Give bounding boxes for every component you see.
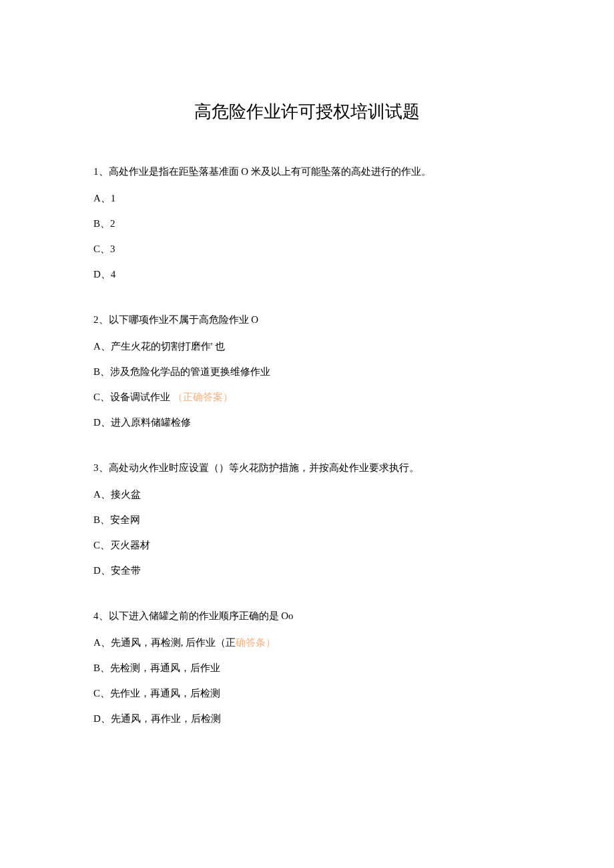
question-2-option-c-text: C、设备调试作业: [93, 392, 170, 402]
question-1-option-b: B、2: [93, 215, 521, 232]
question-2-option-d: D、进入原料储罐检修: [93, 414, 521, 430]
question-4-option-b: B、先检测，再通风，后作业: [93, 660, 521, 676]
question-4-option-a-answer: 确答条）: [236, 637, 276, 648]
question-1-stem: 1、高处作业是指在距坠落基准面 O 米及以上有可能坠落的高处进行的作业。: [93, 163, 521, 179]
question-3-option-b: B、安全网: [93, 512, 521, 528]
question-1-option-c: C、3: [93, 241, 521, 257]
document-page: 高危险作业许可授权培训试题 1、高处作业是指在距坠落基准面 O 米及以上有可能坠…: [0, 0, 614, 803]
question-2-option-c-answer: （正确答案）: [173, 392, 233, 402]
question-1-option-a: A、1: [93, 190, 521, 206]
question-4-option-a: A、先通风，再检测, 后作业（正确答条）: [93, 634, 521, 650]
question-3-option-a: A、接火盆: [93, 486, 521, 502]
question-3-stem: 3、高处动火作业时应设置（）等火花防护措施，并按高处作业要求执行。: [93, 460, 521, 476]
question-2-option-b: B、涉及危险化学品的管道更换维修作业: [93, 364, 521, 380]
document-title: 高危险作业许可授权培训试题: [93, 100, 521, 123]
question-1-option-d: D、4: [93, 266, 521, 282]
question-2-option-c: C、设备调试作业 （正确答案）: [93, 389, 521, 405]
question-4-option-c: C、先作业，再通风，后检测: [93, 685, 521, 701]
question-2-option-a: A、产生火花的切割打磨作' 也: [93, 338, 521, 354]
question-2-stem: 2、以下哪项作业不属于高危险作业 O: [93, 312, 521, 328]
question-3-option-d: D、安全带: [93, 562, 521, 578]
question-3-option-c: C、灭火器材: [93, 537, 521, 553]
question-4-stem: 4、以下进入储罐之前的作业顺序正确的是 Oo: [93, 608, 521, 624]
question-4-option-a-text: A、先通风，再检测, 后作业（正: [93, 637, 236, 648]
question-4-option-d: D、先通风，再作业，后检测: [93, 711, 521, 727]
